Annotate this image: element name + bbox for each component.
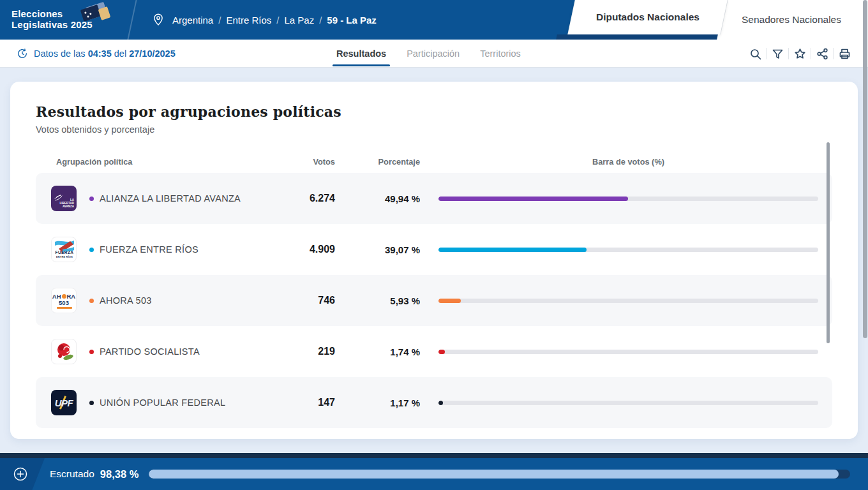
party-name: UNIÓN POPULAR FEDERAL [100, 397, 225, 408]
page-subtitle: Votos obtenidos y porcentaje [36, 124, 832, 135]
party-logo-la-libertad-avanza: LA LIBERTAD AVANZA [51, 186, 77, 211]
party-color-bullet [89, 197, 94, 201]
results-card: Resultados por agrupaciones políticas Vo… [10, 82, 858, 439]
vote-bar-track [438, 299, 818, 303]
table-row[interactable]: UPF UNIÓN POPULAR FEDERAL 147 1,17 % [36, 377, 832, 428]
sun-icon [62, 294, 66, 299]
vote-bar-track [438, 197, 818, 201]
tab-participacion[interactable]: Participación [407, 40, 460, 68]
vote-bar-fill [438, 350, 445, 354]
party-logo-fuerza-entre-rios: FUERZA ENTRE RÍOS [51, 237, 77, 262]
party-logo-union-popular-federal: UPF [51, 390, 77, 415]
breadcrumb-separator: / [218, 15, 221, 26]
orange-underline [57, 307, 72, 309]
card-scrollbar[interactable] [827, 142, 830, 343]
share-button[interactable] [811, 40, 833, 68]
favorite-button[interactable] [789, 40, 811, 68]
party-color-bullet [89, 248, 94, 252]
active-tab-underline [556, 34, 718, 40]
print-icon [839, 48, 851, 60]
percentage-value: 5,93 % [335, 295, 420, 306]
rose-icon [53, 341, 76, 364]
party-name: FUERZA ENTRE RÍOS [100, 244, 198, 255]
column-header-bar: Barra de votos (%) [438, 157, 818, 167]
table-row[interactable]: PARTIDO SOCIALISTA 219 1,74 % [36, 326, 832, 377]
table-row[interactable]: FUERZA ENTRE RÍOS FUERZA ENTRE RÍOS 4.90… [36, 224, 832, 275]
filter-icon [772, 48, 784, 60]
party-logo-ahora-503: AHRA 503 [51, 288, 77, 313]
data-timestamp: Datos de las 04:35 del 27/10/2025 [17, 40, 176, 68]
footer-top-strip [0, 453, 868, 458]
star-icon [794, 48, 806, 60]
results-table: LA LIBERTAD AVANZA ALIANZA LA LIBERTAD A… [36, 173, 832, 428]
location-pin-icon [152, 13, 165, 27]
scrutiny-label: Escrutado [50, 468, 94, 480]
search-button[interactable] [744, 40, 766, 68]
column-header-percentage: Porcentaje [335, 157, 420, 167]
breadcrumb-separator: / [276, 15, 279, 26]
tab-diputados-label: Diputados Nacionales [596, 11, 700, 23]
party-color-bullet [89, 299, 94, 303]
breadcrumb-item-argentina[interactable]: Argentina [172, 15, 213, 26]
data-date: 27/10/2025 [129, 48, 176, 59]
tab-senadores-nacionales[interactable]: Senadores Nacionales [715, 0, 868, 40]
sub-header-toolbar: Datos de las 04:35 del 27/10/2025 Result… [0, 40, 868, 68]
data-time: 04:35 [88, 48, 112, 59]
party-name: AHORA 503 [100, 295, 152, 306]
party-color-bullet [89, 401, 94, 405]
page-scrollbar[interactable] [863, 0, 867, 338]
party-color-bullet [89, 350, 94, 354]
column-header-votes: Votos [265, 157, 335, 167]
table-row[interactable]: AHRA 503 AHORA 503 746 5,93 % [36, 275, 832, 326]
data-prefix: Datos de las [34, 48, 86, 59]
vote-bar-track [438, 350, 818, 354]
party-name: ALIANZA LA LIBERTAD AVANZA [100, 193, 241, 204]
vote-bar-fill [438, 401, 443, 405]
scrutiny-status: Escrutado 98,38 % [50, 458, 138, 490]
vote-bar-fill [438, 197, 628, 201]
tab-resultados[interactable]: Resultados [336, 40, 386, 68]
vote-bar-fill [438, 248, 587, 252]
column-header-party: Agrupación política [51, 157, 265, 167]
vote-bar-fill [438, 299, 461, 303]
scrutiny-footer: Escrutado 98,38 % [0, 458, 868, 490]
view-tabs: Resultados Participación Territorios [336, 40, 521, 68]
tab-territorios[interactable]: Territorios [480, 40, 521, 68]
percentage-value: 49,94 % [335, 193, 420, 204]
tab-senadores-label: Senadores Nacionales [742, 14, 841, 26]
ballots-icon [78, 3, 116, 24]
plus-circle-icon [13, 467, 27, 481]
table-row[interactable]: LA LIBERTAD AVANZA ALIANZA LA LIBERTAD A… [36, 173, 832, 224]
votes-value: 219 [265, 346, 335, 357]
votes-value: 147 [265, 397, 335, 408]
breadcrumb: Argentina / Entre Ríos / La Paz / 59 - L… [152, 0, 377, 40]
action-icon-bar [744, 40, 855, 68]
scrutiny-progress-track [149, 470, 850, 479]
share-icon [816, 48, 828, 60]
breadcrumb-separator: / [319, 15, 322, 26]
data-connector: del [114, 48, 126, 59]
vote-bar-track [438, 248, 818, 252]
breadcrumb-current: 59 - La Paz [327, 15, 377, 26]
percentage-value: 1,17 % [335, 397, 420, 408]
header-diagonal-divider [127, 0, 137, 40]
app-header: Elecciones Legislativas 2025 Argentina /… [0, 0, 868, 40]
page-title: Resultados por agrupaciones políticas [36, 103, 832, 120]
vote-bar-track [438, 401, 818, 405]
scrutiny-progress-fill [149, 470, 839, 479]
scrutiny-value: 98,38 % [100, 468, 139, 480]
percentage-value: 1,74 % [335, 346, 420, 357]
filter-button[interactable] [767, 40, 788, 68]
tab-diputados-nacionales[interactable]: Diputados Nacionales [567, 0, 728, 34]
party-logo-partido-socialista [51, 339, 77, 364]
clock-refresh-icon [17, 48, 28, 59]
party-name: PARTIDO SOCIALISTA [100, 346, 200, 357]
votes-value: 6.274 [265, 193, 335, 204]
votes-value: 746 [265, 295, 335, 306]
breadcrumb-item-entre-rios[interactable]: Entre Ríos [226, 15, 271, 26]
breadcrumb-item-la-paz[interactable]: La Paz [284, 15, 314, 26]
expand-button[interactable] [13, 467, 27, 481]
print-button[interactable] [834, 40, 855, 68]
percentage-value: 39,07 % [335, 244, 420, 255]
votes-value: 4.909 [265, 244, 335, 255]
